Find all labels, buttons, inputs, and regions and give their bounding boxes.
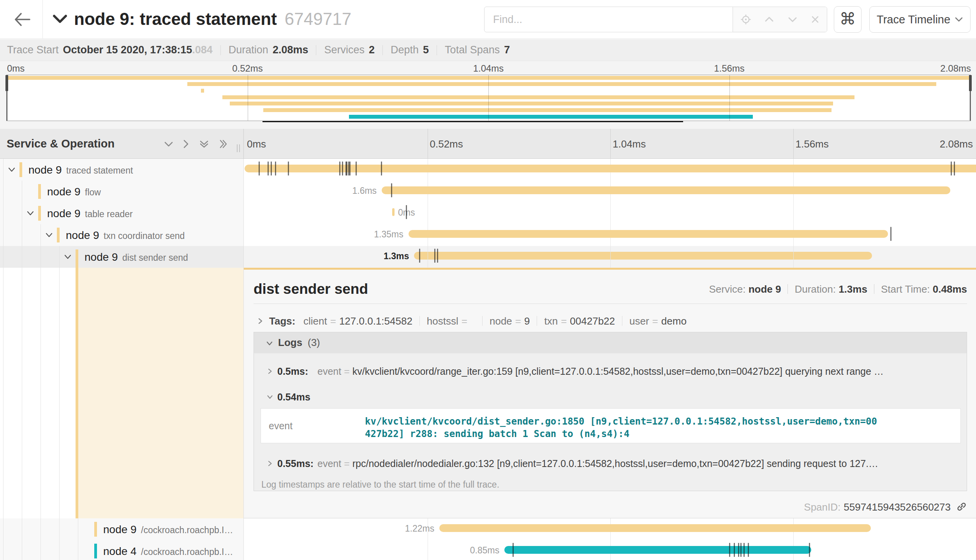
span-name-column[interactable]: node 9/cockroach.roachpb.I… [0, 518, 243, 540]
span-color-chip [94, 544, 97, 558]
span-row[interactable]: node 9/cockroach.roachpb.I…1.22ms [0, 518, 976, 540]
keyboard-shortcuts-button[interactable]: ⌘ [834, 6, 861, 33]
span-name-column[interactable]: node 9flow [0, 181, 243, 202]
tag-equals: = [558, 315, 570, 327]
span-duration-bar[interactable] [382, 186, 950, 194]
span-service-name: node 9 [47, 207, 81, 220]
log-row[interactable]: 0.55ms:event=rpc/nodedialer/nodedialer.g… [254, 456, 967, 472]
log-marker-tick [288, 162, 289, 176]
span-row[interactable]: node 9table reader0ms [0, 202, 976, 224]
span-timeline-cell[interactable]: 0.85ms [244, 540, 976, 560]
jaeger-trace-page: node 9: traced statement6749717 ⌘ Trac [0, 0, 976, 560]
span-name-column[interactable]: node 9table reader [0, 202, 243, 224]
timeline-header-gridline [428, 129, 428, 158]
summary-item-label: Duration [229, 44, 268, 56]
span-operation-name: flow [85, 187, 101, 198]
minimap-focus-line [262, 121, 683, 122]
indent-guide [3, 246, 4, 268]
indent-guide [59, 518, 60, 540]
collapse-title-chevron-icon[interactable] [52, 14, 68, 24]
span-service-name: node 9 [103, 523, 137, 536]
detail-meta-value: node 9 [749, 283, 781, 295]
log-chevron-right-icon [267, 368, 273, 374]
span-row[interactable]: node 9traced statement [0, 159, 976, 181]
page-title: node 9: traced statement6749717 [74, 9, 351, 29]
find-input[interactable] [484, 7, 733, 32]
span-timeline-cell[interactable]: 1.35ms [244, 224, 976, 246]
span-name-column[interactable]: node 9txn coordinator send [0, 224, 243, 246]
row-collapse-chevron-icon[interactable] [45, 231, 53, 239]
row-collapse-chevron-icon[interactable] [64, 253, 72, 261]
indent-guide [22, 246, 22, 268]
logs-header[interactable]: Logs (3) [254, 332, 967, 353]
tag-value: demo [661, 315, 687, 327]
span-row[interactable]: node 9flow1.6ms [0, 181, 976, 202]
logs-box: Logs (3) 0.5ms:event=kv/kvclient/kvcoord… [254, 332, 967, 491]
span-duration-bar[interactable] [392, 208, 395, 216]
expand-one-icon[interactable] [181, 139, 191, 149]
command-icon: ⌘ [840, 9, 856, 28]
tags-row[interactable]: Tags: client=127.0.0.1:54582hostssl=node… [254, 313, 967, 331]
deep-link-icon[interactable] [956, 501, 967, 512]
next-result-chevron-down-icon[interactable] [787, 14, 798, 25]
span-operation-name: dist sender send [122, 253, 188, 263]
timeline-tick-label: 2.08ms [940, 138, 973, 150]
span-operation-name: table reader [85, 209, 133, 219]
span-timeline-cell[interactable]: 1.3ms [244, 246, 976, 268]
back-button[interactable] [12, 9, 33, 30]
minimap-scrubber-handle[interactable] [969, 75, 972, 91]
detail-meta-separator [787, 284, 788, 294]
log-summary: event=rpc/nodedialer/nodedialer.go:132 [… [317, 458, 878, 469]
span-duration-bar[interactable] [245, 165, 976, 172]
span-row[interactable]: node 4/cockroach.roachpb.I…0.85ms [0, 540, 976, 560]
minimap-tick-label: 0ms [7, 63, 25, 74]
span-service-name: node 9 [47, 186, 81, 198]
span-duration-bar[interactable] [439, 524, 871, 532]
column-resizer-grip[interactable] [235, 144, 241, 152]
span-color-chip [57, 228, 60, 242]
tag-separator [622, 316, 622, 326]
span-duration-bar[interactable] [504, 546, 811, 554]
minimap-canvas[interactable] [6, 75, 971, 121]
locate-icon[interactable] [740, 14, 752, 25]
span-row[interactable]: node 9txn coordinator send1.35ms [0, 224, 976, 246]
span-name-column[interactable]: node 4/cockroach.roachpb.I… [0, 540, 243, 560]
span-timeline-cell[interactable] [244, 159, 976, 181]
trace-summary-bar: Trace StartOctober 15 2020, 17:38:15.084… [0, 39, 976, 61]
logs-footer-note: Log timestamps are relative to the start… [261, 479, 499, 490]
detail-accent-line [244, 268, 976, 270]
log-marker-tick [951, 162, 952, 176]
logs-chevron-down-icon [266, 340, 273, 347]
minimap-gridline [488, 75, 489, 121]
log-marker-tick [513, 543, 514, 557]
log-row[interactable]: 0.5ms:event=kv/kvclient/kvcoord/range_it… [254, 364, 967, 380]
collapse-one-icon[interactable] [164, 139, 174, 149]
log-marker-tick [809, 543, 810, 557]
title-bar: node 9: traced statement6749717 ⌘ Trac [0, 0, 976, 39]
span-name-column[interactable]: node 9dist sender send [0, 246, 243, 268]
collapse-all-icon[interactable] [199, 139, 209, 149]
prev-result-chevron-up-icon[interactable] [763, 14, 775, 25]
expand-all-icon[interactable] [218, 139, 228, 149]
log-row[interactable]: 0.54ms [254, 390, 967, 406]
span-name-column[interactable]: node 9traced statement [0, 159, 243, 181]
trace-view-select[interactable]: Trace Timeline [869, 6, 971, 33]
log-chevron-down-icon [267, 394, 273, 400]
minimap-span-bar [263, 108, 832, 112]
span-timeline-cell[interactable]: 1.22ms [244, 518, 976, 540]
span-row[interactable]: node 9dist sender send1.3ms [0, 246, 976, 268]
spanid-value: 5597415943526560273 [844, 501, 951, 513]
span-timeline-cell[interactable]: 0ms [244, 202, 976, 224]
span-duration-bar[interactable] [414, 252, 872, 260]
clear-find-close-icon[interactable] [809, 14, 821, 25]
indent-guide [59, 246, 60, 268]
row-collapse-chevron-icon[interactable] [8, 166, 16, 174]
span-timeline-cell[interactable]: 1.6ms [244, 181, 976, 202]
log-timestamp: 0.54ms [277, 391, 310, 403]
summary-separator [382, 45, 383, 55]
log-keyvalue-table: event kv/kvclient/kvcoord/dist_sender.go… [261, 408, 961, 443]
tag-separator [482, 316, 483, 326]
minimap-scrubber-handle[interactable] [5, 75, 8, 91]
span-duration-bar[interactable] [409, 230, 888, 238]
row-collapse-chevron-icon[interactable] [26, 209, 34, 217]
